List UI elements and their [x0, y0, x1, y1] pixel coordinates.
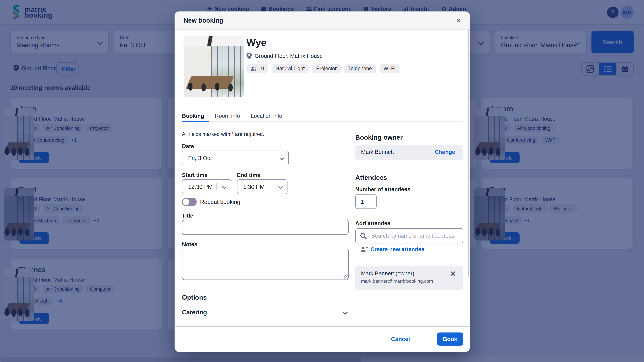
repeat-booking-toggle[interactable] [182, 198, 197, 206]
matrix-booking-app: matrixbooking New bookingBookingsFind so… [0, 0, 644, 362]
number-of-attendees-input[interactable] [355, 194, 376, 209]
booking-owner-heading: Booking owner [355, 134, 403, 141]
chevron-down-icon [280, 156, 284, 160]
notes-textarea[interactable] [182, 249, 349, 280]
chevron-down-icon [278, 184, 283, 189]
attendee-card: Mark Bennett (owner) mark.bennett@matrix… [355, 266, 463, 290]
booking-owner-card: Mark Bennett Change [355, 145, 463, 160]
cancel-button[interactable]: Cancel [388, 335, 412, 343]
toggle-knob [183, 199, 189, 205]
remove-attendee-icon[interactable]: ✕ [448, 269, 458, 279]
tab-location-info[interactable]: Location info [251, 113, 282, 125]
attendee-search-input[interactable] [370, 229, 460, 243]
create-new-attendee-button[interactable]: Create new attendee [358, 246, 427, 253]
section-divider [182, 324, 349, 324]
attendee-search-field [355, 228, 463, 244]
required-note: All fields marked with * are required. [182, 131, 264, 137]
add-attendee-label: Add attendee [355, 220, 390, 227]
book-button[interactable]: Book [437, 333, 464, 346]
amenity-pill: Natural Light [272, 64, 309, 73]
title-input[interactable] [182, 220, 349, 235]
tab-room-info[interactable]: Room info [215, 113, 240, 125]
number-of-attendees-label: Number of attendees [355, 186, 410, 193]
room-tags: 10Natural LightProjectorTelephoneWi-Fi [246, 64, 400, 73]
room-location: Ground Floor, Matrix House [246, 52, 323, 59]
room-location-text: Ground Floor, Matrix House [254, 53, 323, 59]
notes-field-label: Notes [182, 241, 198, 248]
catering-label: Catering [182, 309, 207, 316]
capacity-pill: 10 [246, 64, 268, 73]
chevron-down-icon [343, 310, 348, 315]
people-icon [250, 66, 256, 71]
start-time-value: 12:30 PM [188, 184, 213, 190]
start-time-label: Start time [182, 172, 208, 178]
attendees-heading: Attendees [355, 174, 387, 181]
person-plus-icon [361, 247, 368, 252]
modal-title: New booking [184, 17, 223, 24]
end-time-value: 1:30 PM [243, 184, 265, 190]
room-name: Wye [246, 37, 266, 48]
catering-accordion[interactable]: Catering [182, 308, 349, 318]
modal-tabs: BookingRoom infoLocation info [182, 113, 282, 125]
repeat-booking-label: Repeat booking [200, 199, 240, 205]
amenity-pill: Wi-Fi [379, 64, 400, 73]
owner-name: Mark Bennett [361, 149, 394, 155]
search-icon [360, 233, 367, 239]
amenity-pill: Telephone [344, 64, 376, 73]
modal-footer: Cancel Book [174, 326, 470, 352]
options-heading: Options [182, 294, 207, 301]
active-tab-underline [182, 121, 209, 122]
select-divider [273, 183, 273, 190]
select-divider [216, 183, 217, 190]
date-field-label: Date [182, 143, 194, 149]
date-select[interactable]: Fri, 3 Oct [182, 151, 289, 165]
resize-grip-icon[interactable] [344, 275, 348, 279]
modal-scrollbar-thumb[interactable] [468, 29, 470, 277]
create-new-attendee-label: Create new attendee [370, 246, 424, 252]
attendee-name: Mark Bennett (owner) [361, 271, 414, 277]
change-owner-button[interactable]: Change [432, 149, 458, 156]
new-booking-modal: New booking × Wye Ground Floor, Matrix H… [174, 11, 470, 352]
close-icon[interactable]: × [454, 15, 463, 26]
attendee-email: mark.bennett@matrixbooking.com [361, 279, 433, 284]
end-time-select[interactable]: 1:30 PM [237, 179, 288, 194]
modal-header: New booking × [174, 11, 470, 30]
end-time-label: End time [237, 172, 260, 178]
date-select-value: Fri, 3 Oct [188, 155, 212, 161]
room-photo [184, 36, 244, 97]
title-field-label: Title [182, 213, 193, 219]
tab-booking[interactable]: Booking [182, 113, 204, 125]
start-time-select[interactable]: 12:30 PM [182, 179, 231, 194]
tab-divider [182, 121, 464, 122]
chevron-down-icon [222, 184, 226, 189]
pin-icon [246, 52, 252, 59]
amenity-pill: Projector [312, 64, 341, 73]
